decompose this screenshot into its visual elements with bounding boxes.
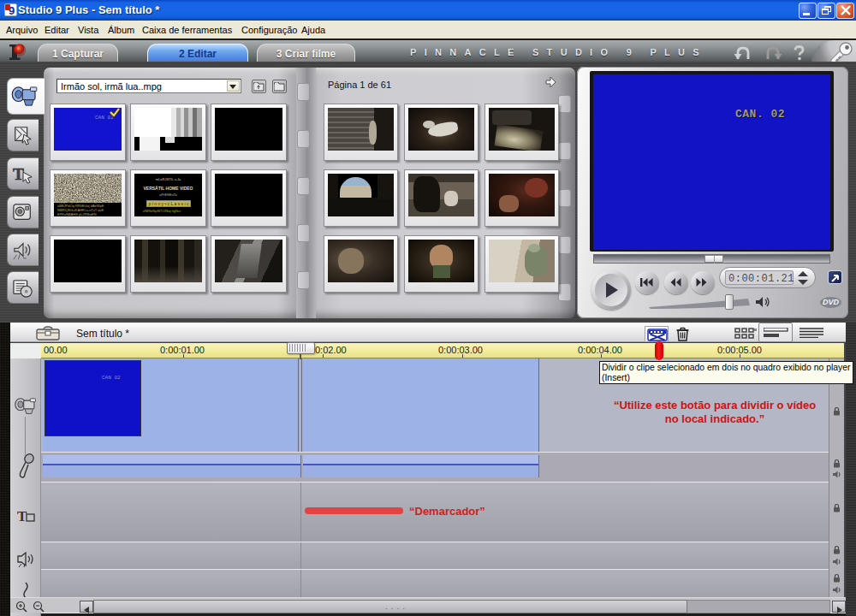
- svg-text:T: T: [13, 165, 24, 183]
- svg-text:T: T: [17, 508, 27, 524]
